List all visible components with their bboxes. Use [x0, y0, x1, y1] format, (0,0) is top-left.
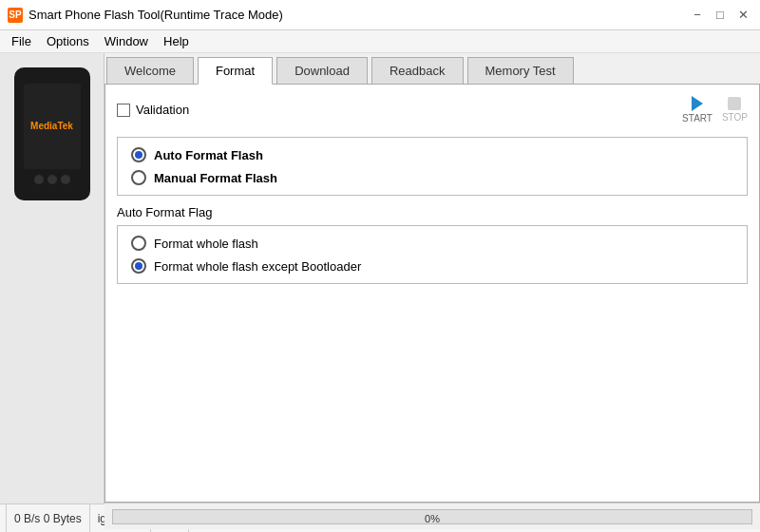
- progress-bar-container: 0%: [112, 509, 752, 524]
- phone-screen: MediaTek: [24, 84, 81, 169]
- tab-memory-test[interactable]: Memory Test: [467, 57, 574, 84]
- radio-whole-flash[interactable]: [131, 236, 146, 251]
- auto-format-flag-section: Auto Format Flag Format whole flash Form…: [117, 205, 748, 284]
- radio-except-bootloader[interactable]: [131, 258, 146, 274]
- auto-format-label: Auto Format Flash: [154, 148, 263, 162]
- toolbar-buttons: START STOP: [682, 96, 748, 124]
- flag-box: Format whole flash Format whole flash ex…: [117, 225, 748, 284]
- app-icon: SP: [8, 8, 23, 23]
- maximize-button[interactable]: □: [711, 6, 730, 25]
- title-bar-left: SP Smart Phone Flash Tool(Runtime Trace …: [8, 8, 283, 23]
- tab-welcome[interactable]: Welcome: [106, 57, 194, 84]
- phone-image: MediaTek: [14, 67, 90, 200]
- format-option-auto: Auto Format Flash: [131, 147, 733, 162]
- start-label: START: [682, 113, 712, 124]
- validation-row: Validation START STOP: [117, 96, 748, 124]
- phone-btn-1: [34, 175, 44, 184]
- title-bar: SP Smart Phone Flash Tool(Runtime Trace …: [0, 0, 760, 30]
- window-title: Smart Phone Flash Tool(Runtime Trace Mod…: [28, 8, 283, 22]
- progress-area: 0%: [104, 503, 760, 529]
- left-panel: MediaTek: [0, 53, 104, 504]
- tab-readback[interactable]: Readback: [371, 57, 464, 84]
- minimize-button[interactable]: −: [688, 6, 707, 25]
- flag-option-whole: Format whole flash: [131, 236, 733, 251]
- main-container: MediaTek Welcome Format Download Readbac…: [0, 53, 760, 504]
- flag-option-except-bootloader: Format whole flash except Bootloader: [131, 258, 733, 274]
- radio-except-bootloader-inner: [135, 262, 142, 270]
- whole-flash-label: Format whole flash: [154, 237, 258, 251]
- tabs-bar: Welcome Format Download Readback Memory …: [104, 53, 760, 85]
- format-option-manual: Manual Format Flash: [131, 170, 733, 185]
- flag-section-label: Auto Format Flag: [117, 205, 748, 219]
- menu-file[interactable]: File: [4, 32, 39, 50]
- validation-checkbox[interactable]: [117, 104, 130, 117]
- radio-manual-format[interactable]: [131, 170, 146, 185]
- phone-btn-2: [48, 175, 57, 184]
- validation-left: Validation: [117, 103, 189, 117]
- manual-format-label: Manual Format Flash: [154, 171, 277, 185]
- start-button[interactable]: START: [682, 96, 712, 124]
- stop-icon: [728, 97, 741, 110]
- radio-auto-format-inner: [135, 151, 142, 159]
- status-transfer: 0 B/s 0 Bytes: [6, 504, 90, 532]
- tab-format[interactable]: Format: [198, 57, 273, 85]
- menu-bar: File Options Window Help: [0, 30, 760, 53]
- start-icon: [692, 96, 703, 111]
- right-panel: Welcome Format Download Readback Memory …: [104, 53, 760, 504]
- validation-label: Validation: [136, 103, 189, 117]
- phone-btn-3: [61, 175, 70, 184]
- phone-bottom-buttons: [34, 175, 70, 184]
- close-button[interactable]: ✕: [733, 6, 752, 25]
- menu-window[interactable]: Window: [97, 32, 156, 50]
- tab-content-format: Validation START STOP: [104, 85, 760, 503]
- menu-options[interactable]: Options: [39, 32, 97, 50]
- tab-download[interactable]: Download: [276, 57, 368, 84]
- progress-label: 0%: [425, 513, 440, 524]
- phone-brand: MediaTek: [30, 121, 73, 132]
- title-bar-controls: − □ ✕: [688, 6, 752, 25]
- format-type-box: Auto Format Flash Manual Format Flash: [117, 137, 748, 196]
- radio-auto-format[interactable]: [131, 147, 146, 162]
- except-bootloader-label: Format whole flash except Bootloader: [154, 259, 361, 274]
- stop-label: STOP: [722, 112, 748, 123]
- stop-button[interactable]: STOP: [722, 97, 748, 123]
- menu-help[interactable]: Help: [156, 32, 197, 50]
